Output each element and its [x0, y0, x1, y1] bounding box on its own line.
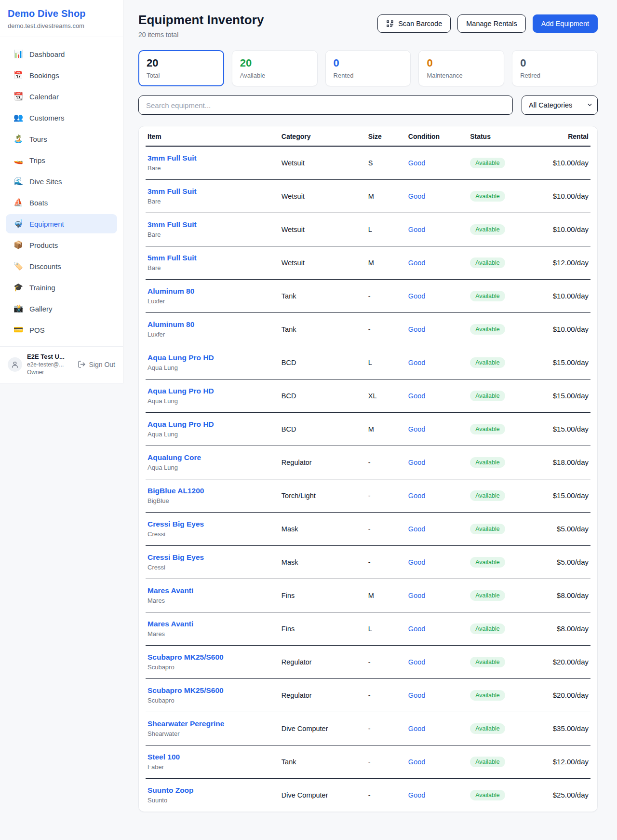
item-name-link[interactable]: 5mm Full Suit: [148, 254, 278, 262]
item-name-link[interactable]: Aqua Lung Pro HD: [148, 387, 278, 395]
item-condition-link[interactable]: Good: [408, 592, 425, 599]
sidebar-header: Demo Dive Shop demo.test.divestreams.com: [0, 0, 123, 37]
table-row: Aluminum 80LuxferTank-GoodAvailable$10.0…: [146, 312, 590, 346]
item-name-link[interactable]: Steel 100: [148, 753, 278, 761]
sidebar-item-boats[interactable]: ⛵Boats: [6, 193, 117, 212]
table-row: Aqua Lung Pro HDAqua LungBCDLGoodAvailab…: [146, 346, 590, 379]
item-name-link[interactable]: Aqualung Core: [148, 453, 278, 462]
sidebar-item-label: Discounts: [29, 262, 61, 271]
sidebar-item-label: Calendar: [29, 93, 59, 101]
category-select[interactable]: All Categories: [522, 95, 598, 115]
sidebar-item-training[interactable]: 🎓Training: [6, 278, 117, 297]
sign-out-button[interactable]: Sign Out: [78, 360, 115, 368]
item-name-link[interactable]: Aluminum 80: [148, 287, 278, 296]
item-category: Tank: [280, 745, 366, 778]
table-row: Scubapro MK25/S600ScubaproRegulator-Good…: [146, 678, 590, 712]
item-name-link[interactable]: Mares Avanti: [148, 586, 278, 595]
item-rental-rate: $10.00/day: [530, 146, 590, 179]
add-equipment-button[interactable]: Add Equipment: [533, 14, 598, 33]
item-name-link[interactable]: BigBlue AL1200: [148, 487, 278, 495]
sidebar-item-dive-sites[interactable]: 🌊Dive Sites: [6, 172, 117, 191]
item-rental-rate: $35.00/day: [530, 712, 590, 745]
item-brand: Faber: [148, 763, 278, 771]
scan-barcode-button[interactable]: Scan Barcode: [377, 14, 451, 33]
sidebar-item-calendar[interactable]: 📆Calendar: [6, 87, 117, 106]
item-condition-link[interactable]: Good: [408, 292, 425, 300]
search-input[interactable]: [138, 95, 513, 115]
customers-icon: 👥: [13, 114, 23, 122]
item-name-link[interactable]: 3mm Full Suit: [148, 154, 278, 163]
stat-label: Rented: [334, 72, 403, 79]
item-name-link[interactable]: Aqua Lung Pro HD: [148, 420, 278, 429]
item-name-link[interactable]: Cressi Big Eyes: [148, 553, 278, 562]
item-rental-rate: $20.00/day: [530, 645, 590, 678]
item-condition-link[interactable]: Good: [408, 459, 425, 466]
item-name-link[interactable]: Shearwater Peregrine: [148, 719, 278, 728]
item-brand: Mares: [148, 630, 278, 637]
item-rental-rate: $12.00/day: [530, 745, 590, 778]
item-condition-link[interactable]: Good: [408, 226, 425, 233]
item-condition-link[interactable]: Good: [408, 425, 425, 433]
stat-card-total[interactable]: 20Total: [138, 50, 224, 86]
stat-card-maintenance[interactable]: 0Maintenance: [418, 50, 504, 86]
sidebar-item-bookings[interactable]: 📅Bookings: [6, 66, 117, 85]
sidebar-item-dashboard[interactable]: 📊Dashboard: [6, 44, 117, 64]
item-condition-link[interactable]: Good: [408, 525, 425, 533]
sidebar-item-trips[interactable]: 🚤Trips: [6, 150, 117, 170]
item-size: S: [366, 146, 406, 179]
item-condition-link[interactable]: Good: [408, 725, 425, 732]
stat-cards: 20Total20Available0Rented0Maintenance0Re…: [138, 50, 598, 86]
status-badge: Available: [470, 657, 505, 667]
category-select-wrap: All Categories: [522, 95, 598, 115]
status-badge: Available: [470, 790, 505, 800]
sidebar-item-products[interactable]: 📦Products: [6, 235, 117, 255]
stat-card-retired[interactable]: 0Retired: [512, 50, 598, 86]
item-condition-link[interactable]: Good: [408, 558, 425, 566]
sidebar-item-tours[interactable]: 🏝️Tours: [6, 129, 117, 149]
sidebar-item-customers[interactable]: 👥Customers: [6, 108, 117, 127]
item-category: BCD: [280, 346, 366, 379]
sidebar-item-gallery[interactable]: 📸Gallery: [6, 299, 117, 318]
item-condition-link[interactable]: Good: [408, 625, 425, 633]
sidebar-item-equipment[interactable]: 🤿Equipment: [6, 214, 117, 233]
item-name-link[interactable]: Cressi Big Eyes: [148, 520, 278, 528]
item-name-link[interactable]: 3mm Full Suit: [148, 187, 278, 196]
item-size: L: [366, 213, 406, 246]
item-condition-link[interactable]: Good: [408, 192, 425, 200]
item-condition-link[interactable]: Good: [408, 691, 425, 699]
item-condition-link[interactable]: Good: [408, 159, 425, 167]
item-condition-link[interactable]: Good: [408, 359, 425, 366]
item-name-link[interactable]: Scubapro MK25/S600: [148, 686, 278, 695]
sidebar-item-discounts[interactable]: 🏷️Discounts: [6, 257, 117, 276]
item-condition-link[interactable]: Good: [408, 392, 425, 400]
manage-rentals-button[interactable]: Manage Rentals: [457, 14, 526, 33]
item-name-link[interactable]: Aluminum 80: [148, 320, 278, 329]
stat-value: 0: [520, 57, 590, 69]
tours-icon: 🏝️: [13, 135, 23, 143]
item-condition-link[interactable]: Good: [408, 325, 425, 333]
item-name-link[interactable]: Mares Avanti: [148, 620, 278, 628]
item-rental-rate: $18.00/day: [530, 446, 590, 479]
stat-card-available[interactable]: 20Available: [232, 50, 318, 86]
item-name-link[interactable]: Suunto Zoop: [148, 786, 278, 795]
products-icon: 📦: [13, 241, 23, 249]
item-category: Tank: [280, 279, 366, 312]
sidebar-item-label: Customers: [29, 114, 65, 122]
item-condition-link[interactable]: Good: [408, 259, 425, 267]
item-condition-link[interactable]: Good: [408, 492, 425, 500]
sidebar-item-label: Products: [29, 241, 58, 249]
item-name-link[interactable]: 3mm Full Suit: [148, 220, 278, 229]
item-category: Regulator: [280, 678, 366, 712]
sidebar-item-pos[interactable]: 💳POS: [6, 320, 117, 339]
item-name-link[interactable]: Aqua Lung Pro HD: [148, 353, 278, 362]
item-condition-link[interactable]: Good: [408, 658, 425, 666]
item-condition-link[interactable]: Good: [408, 791, 425, 799]
filter-row: All Categories: [138, 95, 598, 115]
column-header-status: Status: [468, 126, 529, 146]
item-condition-link[interactable]: Good: [408, 758, 425, 766]
barcode-icon: [386, 20, 394, 27]
sidebar-item-label: Boats: [29, 199, 48, 207]
stat-card-rented[interactable]: 0Rented: [325, 50, 411, 86]
item-name-link[interactable]: Scubapro MK25/S600: [148, 653, 278, 662]
item-category: Wetsuit: [280, 179, 366, 213]
